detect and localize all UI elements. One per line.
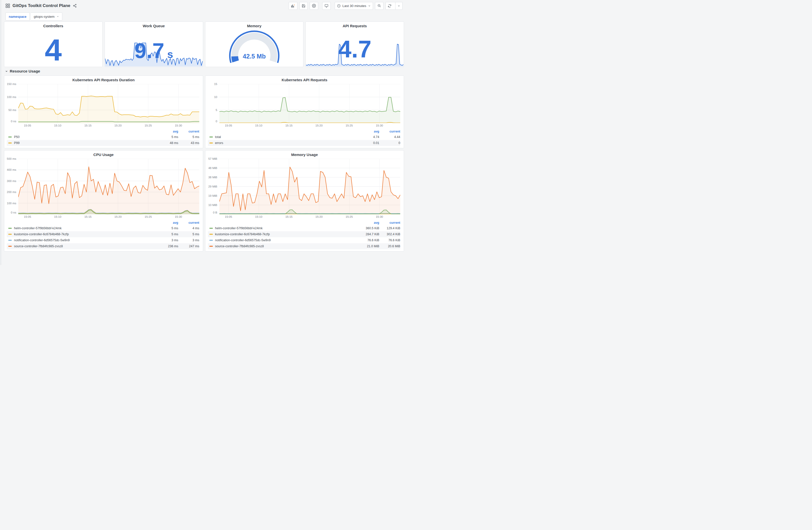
legend-avg-value: 5 ms	[155, 226, 178, 230]
chevron-down-icon	[5, 70, 8, 73]
chart-plot-area[interactable]	[18, 159, 199, 214]
x-axis-tick: 15:30	[376, 124, 383, 127]
y-axis-tick: 300 ms	[7, 179, 16, 182]
y-axis-tick: 200 ms	[7, 191, 16, 193]
legend-current-value: 247 ms	[178, 245, 199, 248]
legend-series-toggle[interactable]: notification-controller-6d56575dc-5w9n9	[208, 238, 357, 242]
legend-series-toggle[interactable]: helm-controller-57f9b56bbf-k24mk	[7, 226, 155, 230]
y-axis-tick: 0 ns	[11, 120, 16, 123]
legend-current-value: 20.6 MiB	[379, 245, 400, 248]
y-axis-tick: 150 ms	[7, 83, 16, 86]
chart-plot-area[interactable]	[219, 159, 401, 214]
share-icon[interactable]	[73, 4, 77, 8]
legend-avg-value: 236 ms	[155, 245, 178, 248]
legend-series-toggle[interactable]: errors	[208, 141, 357, 145]
panel-cpu-usage: CPU Usage0 ns100 ms200 ms300 ms400 ms500…	[4, 150, 203, 251]
panel-title[interactable]: CPU Usage	[4, 150, 203, 157]
legend-current-value: 129.4 KiB	[379, 226, 400, 230]
legend-header: avgcurrent	[208, 129, 401, 134]
refresh-split-button	[386, 2, 403, 10]
legend-sort-current[interactable]: current	[379, 130, 400, 133]
legend-series-toggle[interactable]: source-controller-7fb84fc985-zvsz8	[7, 245, 155, 248]
legend-series-toggle[interactable]: P50	[7, 135, 155, 139]
legend-row: helm-controller-57f9b56bbf-k24mk360.5 Ki…	[208, 225, 401, 231]
legend-current-value: 4 ms	[178, 226, 199, 230]
window-edge-scrollbar[interactable]	[0, 0, 2, 265]
chart-plot-area[interactable]	[18, 84, 199, 123]
memory-gauge-value: 42.5 Mb	[205, 53, 303, 60]
legend-avg-value: 0.01	[356, 141, 379, 145]
x-axis-tick: 15:25	[145, 215, 152, 218]
chevron-down-icon	[368, 4, 371, 7]
y-axis-tick: 57 MiB	[208, 157, 217, 160]
time-range-picker[interactable]: Last 30 minutes	[335, 2, 373, 10]
namespace-selected-value: gitops-system	[34, 15, 55, 18]
legend-current-value: 5 ms	[178, 135, 199, 139]
legend-avg-value: 48 ms	[155, 141, 178, 145]
y-axis-tick: 15	[214, 83, 217, 86]
series-color-dash	[209, 143, 213, 144]
chevron-down-icon	[57, 15, 59, 18]
series-color-dash	[209, 228, 213, 229]
x-axis-tick: 15:10	[54, 215, 61, 218]
x-axis-tick: 15:20	[316, 215, 323, 218]
cycle-view-mode-button[interactable]	[322, 2, 331, 10]
legend-row: notification-controller-6d56575dc-5w9n97…	[208, 237, 401, 243]
legend-header: avgcurrent	[7, 220, 199, 225]
legend-sort-current[interactable]: current	[178, 221, 199, 224]
panel-title[interactable]: Kubernetes API Requests	[205, 76, 404, 83]
x-axis-tick: 15:05	[225, 124, 232, 127]
legend-avg-value: 360.5 KiB	[356, 226, 379, 230]
y-axis-tick: 0 B	[213, 211, 217, 214]
panel-controllers: Controllers 4	[4, 21, 103, 67]
legend-avg-value: 21.0 MiB	[356, 245, 379, 248]
panel-title[interactable]: Memory Usage	[205, 150, 404, 157]
legend-sort-current[interactable]: current	[178, 130, 199, 133]
panel-title[interactable]: Kubernetes API Requests Duration	[4, 76, 203, 83]
panel-title[interactable]: Work Queue	[105, 22, 203, 29]
refresh-dashboard-button[interactable]	[386, 2, 393, 10]
legend-avg-value: 76.6 KiB	[356, 238, 379, 242]
row-resource-usage[interactable]: Resource Usage	[2, 67, 406, 75]
series-color-dash	[8, 136, 12, 137]
panel-title[interactable]: API Requests	[306, 22, 404, 29]
legend-sort-avg[interactable]: avg	[356, 130, 379, 133]
apps-icon	[5, 3, 10, 8]
legend-row: source-controller-7fb84fc985-zvsz8236 ms…	[7, 243, 199, 249]
legend-series-toggle[interactable]: source-controller-7fb84fc985-zvsz8	[208, 245, 357, 248]
namespace-variable-value[interactable]: gitops-system	[31, 13, 62, 20]
add-panel-button[interactable]	[289, 2, 298, 10]
panel-title[interactable]: Memory	[205, 22, 303, 29]
save-dashboard-button[interactable]	[300, 2, 308, 10]
legend-series-toggle[interactable]: helm-controller-57f9b56bbf-k24mk	[208, 226, 357, 230]
series-color-dash	[8, 246, 12, 247]
refresh-interval-dropdown[interactable]	[395, 2, 402, 10]
panel-api-requests: API Requests 4.7	[305, 21, 404, 67]
x-axis-tick: 15:10	[54, 124, 61, 127]
legend-series-toggle[interactable]: P99	[7, 141, 155, 145]
legend-series-toggle[interactable]: total	[208, 135, 357, 139]
legend-sort-current[interactable]: current	[379, 221, 400, 224]
dashboard-settings-button[interactable]	[310, 2, 318, 10]
legend-row: total4.744.44	[208, 134, 401, 140]
y-axis-tick: 38 MiB	[208, 176, 217, 179]
y-axis-labels: 0 ns100 ms200 ms300 ms400 ms500 ms	[4, 159, 18, 214]
legend-series-toggle[interactable]: kustomize-controller-6c6784b468-7kzfp	[7, 233, 155, 236]
panel-title[interactable]: Controllers	[4, 22, 102, 29]
legend-header: avgcurrent	[208, 220, 401, 225]
legend-series-toggle[interactable]: kustomize-controller-6c6784b468-7kzfp	[208, 233, 357, 236]
legend-sort-avg[interactable]: avg	[155, 130, 178, 133]
zoom-out-time-button[interactable]	[375, 2, 383, 10]
tv-icon	[324, 4, 329, 8]
x-axis-tick: 15:25	[346, 215, 353, 218]
legend-series-toggle[interactable]: notification-controller-6d56575dc-5w9n9	[7, 238, 155, 242]
legend-avg-value: 284.7 KiB	[356, 233, 379, 236]
legend-sort-avg[interactable]: avg	[155, 221, 178, 224]
legend-sort-avg[interactable]: avg	[356, 221, 379, 224]
legend-row: helm-controller-57f9b56bbf-k24mk5 ms4 ms	[7, 225, 199, 231]
legend-header: avgcurrent	[7, 129, 199, 134]
chart-plot-area[interactable]	[219, 84, 401, 123]
work-queue-value: 9.7 s	[105, 40, 203, 61]
legend-row: errors0.010	[208, 140, 401, 146]
panel-memory: Memory 42.5 Mb	[205, 21, 304, 67]
